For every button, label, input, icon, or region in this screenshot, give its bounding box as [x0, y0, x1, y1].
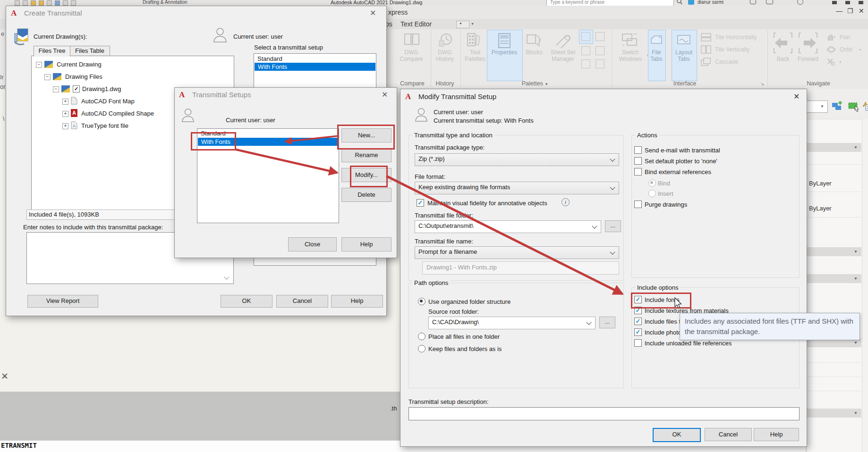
tile-horizontally-button[interactable]: Tile Horizontally [715, 34, 757, 41]
tab-files-tree[interactable]: Files Tree [34, 46, 70, 57]
file-folder-combo[interactable]: C:\Output\etransmit\ [415, 220, 601, 233]
ribbon-small-icon[interactable] [581, 32, 590, 41]
switch-windows-button[interactable]: SwitchWindows [616, 49, 645, 62]
browse-source-button[interactable]: ... [599, 317, 615, 328]
help-button[interactable]: Help [331, 295, 383, 308]
window-close-icon[interactable]: ✕ [859, 7, 864, 15]
file-name-combo[interactable]: Prompt for a filename [415, 246, 619, 259]
include-unloaded-checkbox[interactable] [634, 339, 642, 347]
send-email-checkbox[interactable] [634, 146, 642, 154]
palette-scrollbar[interactable] [862, 119, 868, 452]
cascade-button[interactable]: Cascade [715, 59, 738, 65]
close-icon[interactable]: ✕ [370, 9, 376, 17]
collapse-icon[interactable]: − [44, 74, 51, 80]
dwg-compare-button[interactable]: DWGCompare [396, 49, 427, 62]
app-close-icon[interactable] [859, 1, 863, 4]
ribbon-small-icon[interactable] [581, 46, 590, 55]
expand-icon[interactable]: + [62, 123, 68, 129]
search-icon[interactable] [677, 0, 682, 5]
rename-button[interactable]: Rename [341, 148, 391, 162]
orbit-dropdown-icon[interactable]: ▼ [859, 48, 862, 51]
ribbon-small-icon[interactable] [596, 59, 604, 68]
blocks-button[interactable]: Blocks [523, 49, 545, 56]
file-format-combo[interactable]: Keep existing drawing file formats [415, 182, 619, 194]
signed-in-user[interactable]: dianur sarmi [698, 0, 723, 5]
visual-fidelity-checkbox[interactable]: ✓ [417, 199, 424, 207]
close-button[interactable]: Close [288, 237, 337, 251]
source-root-combo[interactable]: C:\CAD\Drawing\ [428, 317, 596, 329]
palette-section-header[interactable]: ▼ [807, 247, 861, 256]
bind-radio[interactable] [648, 179, 656, 187]
tile-vertically-button[interactable]: Tile Vertically [715, 46, 749, 53]
zoom-dropdown-icon[interactable]: ▼ [839, 60, 842, 64]
forward-button[interactable]: Forward [796, 56, 820, 62]
close-icon[interactable]: ✕ [793, 93, 800, 100]
cart-icon[interactable] [750, 0, 756, 4]
cancel-button[interactable]: Cancel [276, 295, 328, 308]
palette-value[interactable]: ByLayer [809, 180, 832, 187]
palette-section-header[interactable]: ▼ [807, 274, 861, 283]
tree-checkbox-checked[interactable]: ✓ [73, 85, 80, 92]
menu-express-partial[interactable]: xpress [388, 8, 408, 16]
panel-launcher-icon[interactable]: ↘ [760, 81, 764, 86]
window-minimize-icon[interactable]: — [836, 7, 842, 15]
panel-label-navigate[interactable]: Navigate [802, 80, 835, 87]
collapse-icon[interactable]: − [36, 62, 42, 68]
palette-combo[interactable] [806, 100, 828, 113]
quick-select-icon[interactable] [848, 100, 860, 112]
qat-icon[interactable] [15, 0, 20, 6]
help-button[interactable]: Help [754, 428, 799, 441]
insert-radio[interactable] [648, 190, 656, 197]
blocks-icon[interactable] [525, 32, 542, 48]
dwg-history-icon[interactable] [437, 32, 453, 48]
palette-combo-arrow-icon[interactable]: ▼ [820, 104, 824, 109]
setup-list-item-selected[interactable]: With Fonts [255, 63, 375, 71]
qat-icon[interactable] [47, 0, 52, 6]
package-type-combo[interactable]: Zip (*.zip) [415, 153, 619, 166]
zoom-extents-icon[interactable] [826, 58, 836, 66]
include-datalinks-checkbox[interactable]: ✓ [634, 318, 642, 325]
tool-palettes-icon[interactable] [467, 32, 482, 48]
palette-section-header[interactable]: ▼ [807, 143, 861, 152]
palette-value[interactable]: ByLayer [809, 205, 832, 212]
info-icon[interactable]: i [562, 198, 570, 206]
orbit-button[interactable]: Orbit [840, 46, 852, 53]
close-icon[interactable]: ✕ [382, 91, 388, 99]
dwg-history-button[interactable]: DWGHistory [431, 49, 459, 62]
panel-label-palettes[interactable]: Palettes ▼ [517, 80, 553, 87]
qat-icon[interactable] [23, 0, 28, 6]
setups-dialog-titlebar[interactable]: A Transmittal Setups ✕ [175, 88, 397, 102]
app-minimize-icon[interactable] [832, 1, 837, 4]
qat-icon[interactable] [55, 0, 60, 6]
app-restore-icon[interactable] [845, 1, 850, 4]
qat-icon[interactable] [39, 0, 44, 6]
ribbon-small-icon[interactable] [596, 46, 604, 55]
organized-structure-radio[interactable] [418, 298, 425, 305]
sheet-set-manager-icon[interactable] [553, 32, 571, 48]
ribbon-minimize-dropdown-icon[interactable]: ▼ [471, 22, 474, 25]
include-photometric-checkbox[interactable]: ✓ [634, 328, 642, 336]
sheet-set-manager-button[interactable]: Sheet SetManager [547, 49, 579, 62]
description-input[interactable] [408, 407, 800, 420]
delete-button[interactable]: Delete [341, 188, 391, 202]
bind-xref-checkbox[interactable] [634, 168, 642, 176]
expand-icon[interactable]: + [62, 99, 68, 105]
keep-folders-radio[interactable] [418, 345, 425, 352]
chat-icon[interactable] [766, 0, 773, 4]
setup-list-item[interactable]: Standard [254, 54, 376, 63]
cancel-button[interactable]: Cancel [705, 428, 752, 441]
expand-icon[interactable]: + [62, 111, 68, 117]
avatar[interactable] [688, 0, 694, 5]
collapse-icon[interactable]: − [53, 86, 59, 92]
ribbon-small-icon[interactable] [596, 32, 604, 41]
browse-folder-button[interactable]: ... [605, 220, 621, 232]
switch-windows-icon[interactable] [621, 32, 639, 48]
tab-text-editor[interactable]: Text Editor [400, 20, 432, 28]
window-restore-icon[interactable]: ❐ [847, 7, 853, 15]
back-icon[interactable] [773, 32, 793, 54]
panel-label-history[interactable]: History [433, 80, 457, 87]
create-dialog-titlebar[interactable]: A Create Transmittal ✕ [6, 6, 386, 20]
ribbon-minimize-control[interactable] [456, 21, 469, 28]
one-folder-radio[interactable] [418, 333, 425, 340]
pan-button[interactable]: Pan [840, 34, 850, 41]
